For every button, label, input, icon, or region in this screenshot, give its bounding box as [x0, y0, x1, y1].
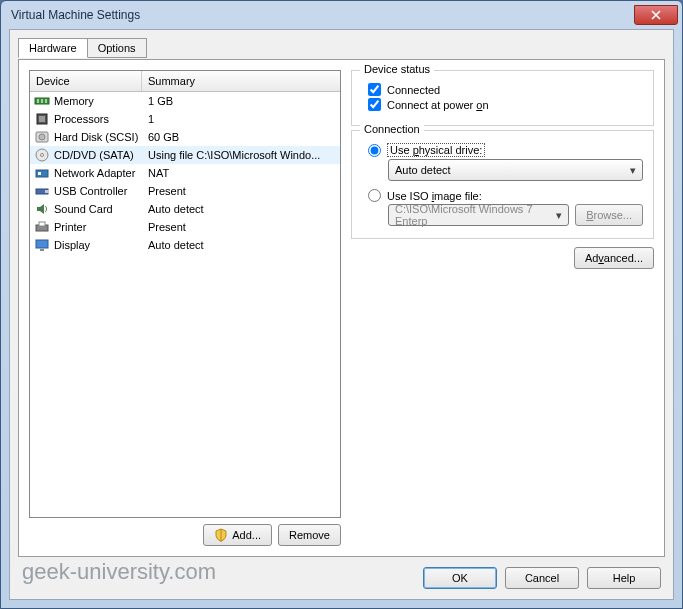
window-title: Virtual Machine Settings [11, 8, 140, 22]
iso-path-value: C:\ISO\Microsoft Windows 7 Enterp [395, 203, 546, 227]
use-iso-radio[interactable] [368, 189, 381, 202]
svg-rect-13 [45, 190, 49, 193]
hdd-icon [34, 129, 50, 145]
svg-rect-15 [39, 222, 45, 226]
device-summary: Auto detect [146, 203, 340, 215]
device-summary: Using file C:\ISO\Microsoft Windo... [146, 149, 340, 161]
device-summary: Present [146, 221, 340, 233]
remove-button[interactable]: Remove [278, 524, 341, 546]
device-name: Memory [54, 95, 94, 107]
device-name: Printer [54, 221, 86, 233]
client-area: Hardware Options Device Summary Memory1 … [9, 29, 674, 600]
device-summary: Auto detect [146, 239, 340, 251]
memory-icon [34, 93, 50, 109]
connect-poweron-label: Connect at power on [387, 99, 489, 111]
svg-rect-10 [36, 170, 48, 177]
svg-point-9 [41, 154, 44, 157]
close-icon [651, 10, 661, 20]
use-iso-label: Use ISO image file: [387, 190, 482, 202]
svg-rect-2 [41, 99, 43, 103]
row-processors[interactable]: Processors1 [30, 110, 340, 128]
svg-point-7 [39, 134, 45, 140]
device-grid[interactable]: Device Summary Memory1 GB Processors1 Ha… [29, 70, 341, 518]
watermark: geek-university.com [22, 559, 216, 585]
svg-rect-16 [36, 240, 48, 248]
use-physical-radio[interactable] [368, 144, 381, 157]
connected-label: Connected [387, 84, 440, 96]
device-buttons: Add... Remove [29, 518, 341, 546]
shield-icon [214, 528, 228, 542]
device-status-group: Device status Connected Connect at power… [351, 70, 654, 126]
device-name: USB Controller [54, 185, 127, 197]
titlebar[interactable]: Virtual Machine Settings [1, 1, 682, 29]
svg-rect-1 [37, 99, 39, 103]
grid-body: Memory1 GB Processors1 Hard Disk (SCSI)6… [30, 92, 340, 254]
group-title-connection: Connection [360, 123, 424, 135]
device-summary: Present [146, 185, 340, 197]
connection-group: Connection Use physical drive: Auto dete… [351, 130, 654, 239]
add-label: Add... [232, 529, 261, 541]
advanced-button[interactable]: Advanced... [574, 247, 654, 269]
row-hdd[interactable]: Hard Disk (SCSI)60 GB [30, 128, 340, 146]
row-memory[interactable]: Memory1 GB [30, 92, 340, 110]
svg-rect-17 [40, 249, 44, 251]
close-button[interactable] [634, 5, 678, 25]
col-summary[interactable]: Summary [142, 71, 340, 91]
browse-label: Browse... [586, 209, 632, 221]
device-name: Processors [54, 113, 109, 125]
row-nic[interactable]: Network AdapterNAT [30, 164, 340, 182]
col-device[interactable]: Device [30, 71, 142, 91]
device-panel: Device Summary Memory1 GB Processors1 Ha… [29, 70, 341, 546]
sound-icon [34, 201, 50, 217]
cancel-button[interactable]: Cancel [505, 567, 579, 589]
help-button[interactable]: Help [587, 567, 661, 589]
device-summary: NAT [146, 167, 340, 179]
device-name: Display [54, 239, 90, 251]
row-sound[interactable]: Sound CardAuto detect [30, 200, 340, 218]
browse-button: Browse... [575, 204, 643, 226]
display-icon [34, 237, 50, 253]
dialog-buttons: OK Cancel Help [423, 567, 661, 589]
tab-content: Device Summary Memory1 GB Processors1 Ha… [18, 59, 665, 557]
add-button[interactable]: Add... [203, 524, 272, 546]
device-name: CD/DVD (SATA) [54, 149, 134, 161]
row-usb[interactable]: USB ControllerPresent [30, 182, 340, 200]
tabbar: Hardware Options [10, 30, 673, 58]
physical-drive-select[interactable]: Auto detect [388, 159, 643, 181]
physical-drive-value: Auto detect [395, 164, 451, 176]
group-title-status: Device status [360, 63, 434, 75]
row-display[interactable]: DisplayAuto detect [30, 236, 340, 254]
cpu-icon [34, 111, 50, 127]
iso-path-select: C:\ISO\Microsoft Windows 7 Enterp [388, 204, 569, 226]
device-summary: 1 GB [146, 95, 340, 107]
printer-icon [34, 219, 50, 235]
nic-icon [34, 165, 50, 181]
use-physical-label: Use physical drive: [387, 143, 485, 157]
settings-panel: Device status Connected Connect at power… [351, 70, 654, 546]
grid-header: Device Summary [30, 71, 340, 92]
device-summary: 1 [146, 113, 340, 125]
tab-options[interactable]: Options [87, 38, 147, 58]
usb-icon [34, 183, 50, 199]
tab-hardware[interactable]: Hardware [18, 38, 88, 58]
device-name: Network Adapter [54, 167, 135, 179]
row-printer[interactable]: PrinterPresent [30, 218, 340, 236]
advanced-label: Advanced... [585, 252, 643, 264]
disc-icon [34, 147, 50, 163]
svg-rect-11 [38, 172, 41, 175]
device-name: Sound Card [54, 203, 113, 215]
settings-window: Virtual Machine Settings Hardware Option… [0, 0, 683, 609]
connect-poweron-checkbox[interactable] [368, 98, 381, 111]
svg-rect-5 [39, 116, 45, 122]
row-cddvd[interactable]: CD/DVD (SATA)Using file C:\ISO\Microsoft… [30, 146, 340, 164]
device-summary: 60 GB [146, 131, 340, 143]
ok-button[interactable]: OK [423, 567, 497, 589]
svg-rect-3 [45, 99, 47, 103]
device-name: Hard Disk (SCSI) [54, 131, 138, 143]
connected-checkbox[interactable] [368, 83, 381, 96]
